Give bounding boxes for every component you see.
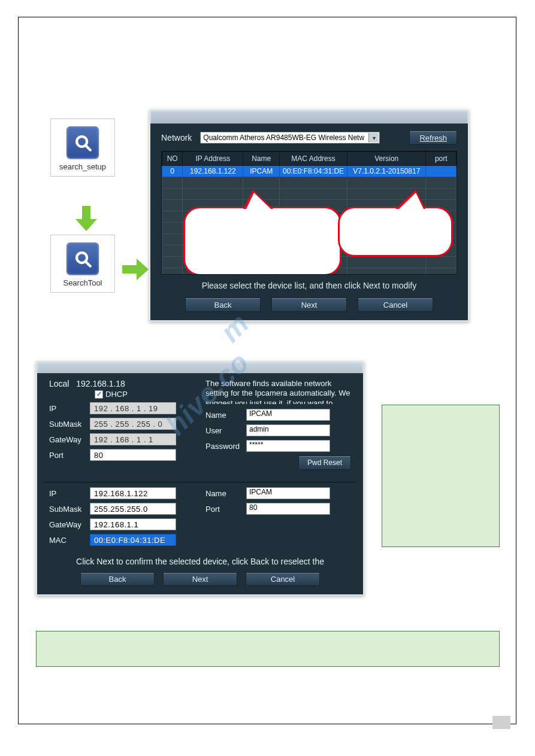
col-version: Version: [347, 152, 426, 166]
dialog-titlebar[interactable]: [37, 362, 363, 373]
dropdown-icon: ▾: [368, 133, 379, 142]
back-button[interactable]: Back: [185, 297, 261, 312]
port-field[interactable]: 80: [90, 449, 176, 461]
page-indicator: [492, 716, 510, 729]
ip-label: IP: [49, 489, 86, 498]
gateway-field[interactable]: 192 . 168 . 1 . 1: [90, 433, 176, 445]
col-ip: IP Address: [183, 152, 243, 166]
name-field[interactable]: IPCAM: [246, 409, 330, 421]
mac-field[interactable]: 00:E0:F8:04:31:DE: [90, 534, 176, 546]
magnifier-icon: [67, 126, 99, 159]
table-row[interactable]: [162, 177, 457, 189]
device-table[interactable]: NO IP Address Name MAC Address Version p…: [161, 151, 457, 275]
cancel-button[interactable]: Cancel: [358, 297, 433, 312]
table-row[interactable]: 0 192.168.1.122 IPCAM 00:E0:F8:04:31:DE …: [162, 166, 457, 177]
svg-rect-2: [82, 206, 90, 219]
info-text: The software finds available network set…: [205, 379, 351, 404]
cancel-button[interactable]: Cancel: [246, 572, 320, 586]
note-box-bottom: [36, 631, 500, 667]
col-mac: MAC Address: [279, 152, 347, 166]
svg-line-1: [86, 146, 90, 150]
name-label: Name: [205, 411, 243, 420]
port-label: Port: [205, 505, 243, 514]
callout-bubble-right: [338, 207, 449, 253]
icon-search-setup[interactable]: search_setup: [50, 119, 115, 177]
col-port: port: [426, 152, 457, 166]
submask-label: SubMask: [49, 420, 86, 429]
icon-search-tool[interactable]: SearchTool: [50, 235, 115, 293]
local-label: Local: [49, 379, 69, 388]
svg-marker-3: [75, 219, 97, 231]
refresh-button[interactable]: Refresh: [409, 130, 457, 145]
dhcp-checkbox[interactable]: ✓: [95, 390, 103, 399]
ip-label: IP: [49, 404, 86, 413]
next-button[interactable]: Next: [271, 297, 347, 312]
gateway-field[interactable]: 192.168.1.1: [90, 518, 176, 530]
note-box-right: [382, 405, 500, 547]
callout-bubble-left: [183, 207, 338, 272]
icon-label: SearchTool: [51, 278, 114, 287]
arrow-down-icon: [74, 206, 98, 235]
divider: [43, 482, 357, 482]
svg-line-5: [86, 262, 90, 266]
svg-marker-7: [137, 259, 149, 280]
network-label: Network: [161, 133, 192, 142]
gateway-label: GateWay: [49, 435, 86, 444]
network-search-dialog: Network Qualcomm Atheros AR9485WB-EG Wir…: [149, 110, 469, 321]
dialog-instruction: Click Next to confirm the selected devic…: [49, 553, 351, 570]
gateway-label: GateWay: [49, 520, 86, 529]
name-label: Name: [205, 489, 243, 498]
table-header-row: NO IP Address Name MAC Address Version p…: [162, 152, 457, 166]
name-field[interactable]: IPCAM: [246, 487, 330, 499]
user-field[interactable]: admin: [246, 424, 330, 436]
port-field[interactable]: 80: [246, 503, 330, 515]
magnifier-icon: [67, 242, 99, 275]
user-label: User: [205, 426, 243, 435]
pwd-reset-button[interactable]: Pwd Reset: [298, 456, 351, 470]
svg-rect-6: [122, 265, 137, 274]
mac-label: MAC: [49, 536, 86, 545]
password-field[interactable]: *****: [246, 440, 330, 452]
network-adapter-select[interactable]: Qualcomm Atheros AR9485WB-EG Wireless Ne…: [200, 132, 380, 144]
ip-field[interactable]: 192.168.1.122: [90, 487, 176, 499]
arrow-right-icon: [122, 257, 150, 284]
col-name: Name: [243, 152, 280, 166]
submask-label: SubMask: [49, 505, 86, 514]
password-label: Password: [205, 442, 243, 451]
network-config-dialog: Local 192.168.1.18 ✓ DHCP IP192 . 168 . …: [36, 361, 364, 596]
ip-field[interactable]: 192 . 168 . 1 . 19: [90, 402, 176, 414]
network-adapter-value: Qualcomm Atheros AR9485WB-EG Wireless Ne…: [203, 133, 377, 142]
dialog-instruction: Please select the device list, and then …: [161, 275, 457, 294]
dialog-titlebar[interactable]: [150, 111, 468, 123]
icon-label: search_setup: [51, 162, 114, 171]
submask-field[interactable]: 255 . 255 . 255 . 0: [90, 418, 176, 430]
back-button[interactable]: Back: [80, 572, 155, 586]
port-label: Port: [49, 451, 86, 460]
next-button[interactable]: Next: [163, 572, 237, 586]
dhcp-label: DHCP: [105, 390, 128, 399]
submask-field[interactable]: 255.255.255.0: [90, 503, 176, 515]
col-no: NO: [162, 152, 183, 166]
local-ip: 192.168.1.18: [76, 379, 125, 388]
